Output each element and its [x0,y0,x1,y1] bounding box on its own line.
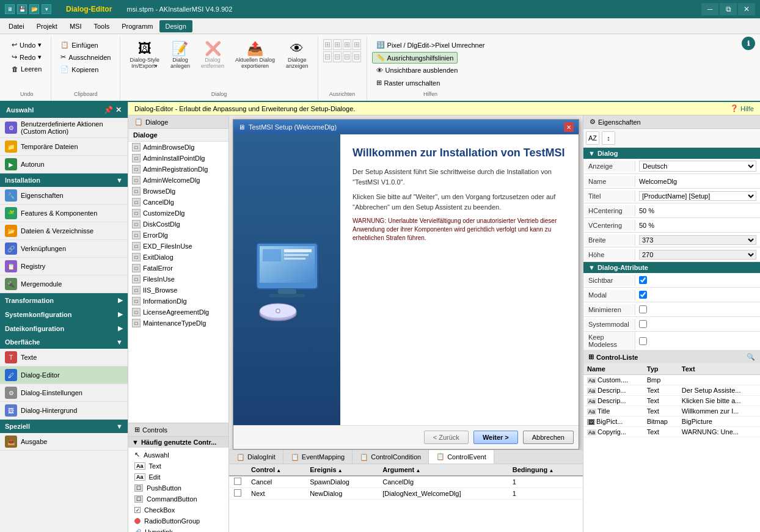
ausrichtungshilfslinien-button[interactable]: 📏 Ausrichtungshilfslinien [372,52,458,64]
col-ereignis[interactable]: Ereignis [305,464,378,476]
sidebar-item-dateien[interactable]: 📂 Dateien & Verzeichnisse [0,222,128,240]
tab-dialoginit[interactable]: 📋 DialogInit [229,450,283,464]
align-icon-1[interactable]: ⊞ [323,39,332,50]
close-button[interactable]: ✕ [738,3,755,15]
dialog-window-close[interactable]: ✕ [564,122,574,132]
list-item[interactable]: □InformationDlg [128,296,228,307]
align-icon-2[interactable]: ⊞ [333,39,342,50]
sidebar-item-features[interactable]: 🧩 Features & Komponenten [0,205,128,222]
list-item[interactable]: □LicenseAgreementDlg [128,307,228,318]
menu-projekt[interactable]: Projekt [31,20,64,32]
list-item[interactable]: □FatalError [128,263,228,274]
controls-header[interactable]: ▼ Häufig genutzte Contr... [128,437,228,448]
list-item[interactable]: □MaintenanceTypeDlg [128,318,228,329]
redo-button[interactable]: ↪ Redo ▾ [7,51,46,63]
unsichtbare-button[interactable]: 👁 Unsichtbare ausblenden [372,65,462,76]
right-panel-tab[interactable]: ⚙ Eigenschaften [583,115,760,129]
list-item[interactable]: □IIS_Browse [128,285,228,296]
control-pushbutton[interactable]: ☐ PushButton [128,483,228,494]
control-auswahl[interactable]: ↖ Auswahl [128,449,228,461]
cancel-button[interactable]: Abbrechen [523,431,574,444]
align-icon-6[interactable]: ⊟ [333,51,342,62]
control-radiobuttongroup[interactable]: RadioButtonGroup [128,516,228,527]
sidebar-item-temp-files[interactable]: 📁 Temporäre Dateien [0,138,128,156]
menu-datei[interactable]: Datei [2,20,31,32]
tab-eventmapping[interactable]: 📋 EventMapping [283,450,353,464]
col-bedingung[interactable]: Bedingung [508,464,583,476]
save-icon[interactable]: 💾 [17,4,27,14]
sidebar-item-registry[interactable]: 📋 Registry [0,258,128,275]
align-icon-5[interactable]: ⊟ [323,51,332,62]
sidebar-section-speziell[interactable]: Speziell ▼ [0,420,128,433]
menu-tools[interactable]: Tools [88,20,116,32]
dialog-anlegen-button[interactable]: 📝 Dialoganlegen [166,39,194,72]
back-button[interactable]: < Zurück [424,431,469,444]
aktuellen-dialog-button[interactable]: 📤 Aktuellen Dialogexportieren [231,39,279,72]
keepmodeless-checkbox[interactable] [639,337,647,345]
dialog-entfernen-button[interactable]: ❌ Dialogentfernen [197,39,228,72]
tab-controlcondition[interactable]: 📋 ControlCondition [353,450,429,464]
control-text[interactable]: Aa Text [128,461,228,472]
list-item[interactable]: □FilesInUse [128,274,228,285]
dialog-style-button[interactable]: 🖼 Dialog-StyleIm/Export▾ [125,39,164,72]
row-checkbox[interactable] [234,478,241,485]
control-edit[interactable]: Aa Edit [128,472,228,483]
sidebar-pin-icon[interactable]: 📌 [104,106,113,114]
systemmodal-checkbox[interactable] [639,320,647,328]
sort-icon-button[interactable]: ↕ [602,131,615,145]
name-input[interactable]: WelcomeDlg [639,178,756,185]
modal-checkbox[interactable] [639,291,647,299]
menu-msi[interactable]: MSI [64,20,88,32]
dialoge-anzeigen-button[interactable]: 👁 Dialogeanzeigen [282,39,313,72]
list-item[interactable]: □AdminWelcomeDlg [128,175,228,186]
sidebar-item-texte[interactable]: T Texte [0,349,128,366]
sichtbar-checkbox[interactable] [639,276,647,284]
leeren-button[interactable]: 🗑 Leeren [7,64,46,75]
align-icon-3[interactable]: ⊞ [343,39,351,50]
list-item[interactable]: □EXD_FilesInUse [128,241,228,252]
sidebar-item-eigenschaften[interactable]: 🔧 Eigenschaften [0,187,128,205]
sidebar-item-dialog-einstellungen[interactable]: ⚙ Dialog-Einstellungen [0,384,128,402]
list-item[interactable]: □BrowseDlg [128,186,228,197]
list-item[interactable]: □AdminBrowseDlg [128,142,228,153]
sidebar-item-verknuepfungen[interactable]: 🔗 Verknüpfungen [0,240,128,258]
sidebar-item-dialog-hintergrund[interactable]: 🖼 Dialog-Hintergrund [0,402,128,420]
sidebar-close-icon[interactable]: ✕ [115,106,122,114]
dropdown-icon[interactable]: ▾ [42,4,51,14]
hoehe-select[interactable]: 270 [639,250,756,260]
dialog-list-tab[interactable]: 📋 Dialoge [128,115,228,129]
control-checkbox[interactable]: ✓ CheckBox [128,505,228,516]
align-icon-4[interactable]: ⊞ [353,39,361,50]
controls-tab[interactable]: ⊞ Controls [128,423,228,437]
control-hyperlink[interactable]: 🔗 Hyperlink [128,527,228,532]
anzeige-select[interactable]: Deutsch [639,161,756,172]
sidebar-section-systemkonfiguration[interactable]: Systemkonfiguration ▶ [0,307,128,321]
sort-az-button[interactable]: AZ [586,131,599,145]
sidebar-item-ausgabe[interactable]: 📤 Ausgabe [0,433,128,451]
undo-button[interactable]: ↩ Undo ▾ [7,39,46,51]
list-item[interactable]: □ErrorDlg [128,230,228,241]
list-item[interactable]: □CancelDlg [128,197,228,208]
sidebar-section-oberflaeche[interactable]: Oberfläche ▼ [0,335,128,349]
sidebar-section-installation[interactable]: Installation ▼ [0,173,128,187]
list-item[interactable]: □AdminInstallPointDlg [128,153,228,164]
col-argument[interactable]: Argument [378,464,508,476]
open-icon[interactable]: 📂 [29,4,39,14]
list-item[interactable]: □DiskCostDlg [128,219,228,230]
help-button[interactable]: ❓ Hilfe [730,104,754,112]
sidebar-section-transformation[interactable]: Transformation ▶ [0,293,128,307]
menu-design[interactable]: Design [159,20,192,32]
minimize-button[interactable]: ─ [701,3,718,15]
sidebar-item-mergemodule[interactable]: 🔌 Mergemodule [0,275,128,293]
raster-button[interactable]: ⊞ Raster umschalten [372,77,445,89]
restore-button[interactable]: ⧉ [720,3,737,15]
kopieren-button[interactable]: 📄 Kopieren [56,64,115,75]
info-button[interactable]: ℹ [742,37,755,50]
col-control[interactable]: Control [246,464,305,476]
sidebar-item-dialog-editor[interactable]: 🖊 Dialog-Editor [0,366,128,384]
list-item[interactable]: □CustomizeDlg [128,208,228,219]
control-commandbutton[interactable]: ☐ CommandButton [128,494,228,505]
align-icon-7[interactable]: ⊟ [343,51,351,62]
align-icon-8[interactable]: ⊟ [353,51,361,62]
next-button[interactable]: Weiter > [473,431,518,444]
